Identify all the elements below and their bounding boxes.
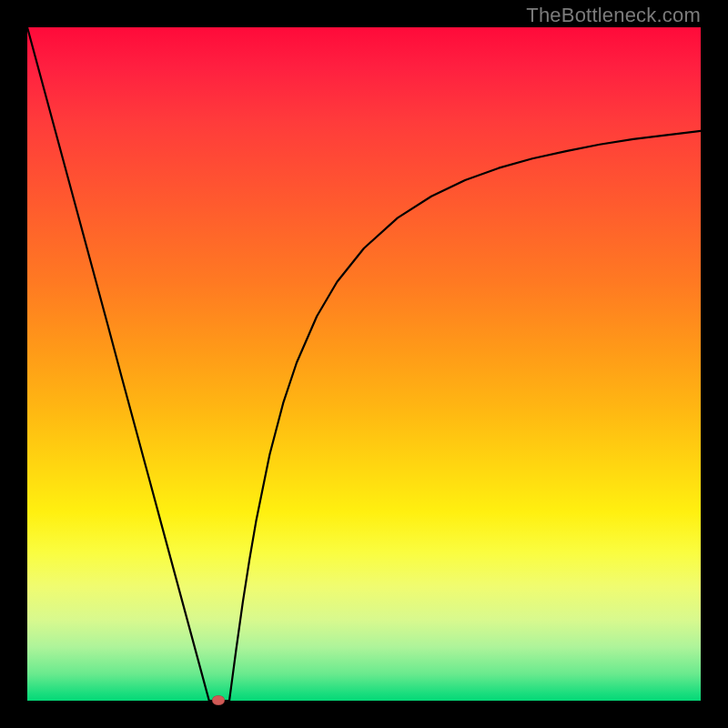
watermark-text: TheBottleneck.com	[526, 4, 701, 27]
chart-frame: TheBottleneck.com	[0, 0, 728, 728]
plot-area	[27, 27, 701, 701]
minimum-marker	[212, 695, 225, 705]
bottleneck-curve	[27, 27, 701, 701]
